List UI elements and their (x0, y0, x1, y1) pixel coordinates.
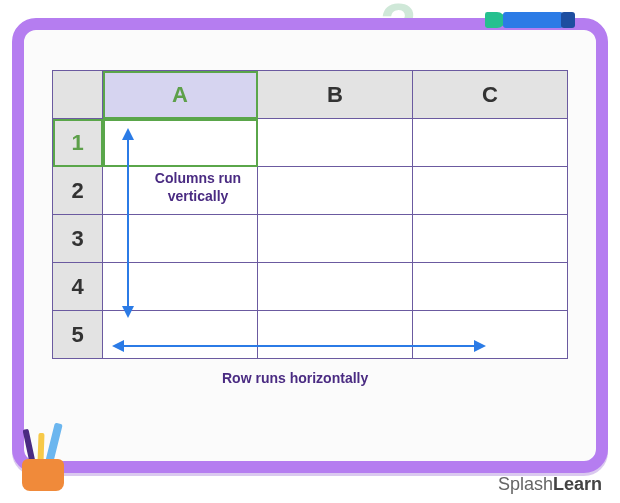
decoration-marker (485, 10, 575, 32)
cell-b1 (258, 119, 413, 167)
cell-c1 (413, 119, 568, 167)
column-note-label: Columns run vertically (138, 170, 258, 205)
row-header-5: 5 (53, 311, 103, 359)
cell-c5 (413, 311, 568, 359)
whiteboard-frame: A B C 1 2 (12, 18, 608, 473)
column-header-c: C (413, 71, 568, 119)
row-header-1: 1 (53, 119, 103, 167)
cell-b2 (258, 167, 413, 215)
cell-c4 (413, 263, 568, 311)
cell-a3 (103, 215, 258, 263)
cell-a1 (103, 119, 258, 167)
decoration-pencil-cup (14, 421, 74, 491)
cell-c3 (413, 215, 568, 263)
brand-logo: SplashLearn (498, 474, 602, 495)
cell-c2 (413, 167, 568, 215)
column-header-b: B (258, 71, 413, 119)
row-header-4: 4 (53, 263, 103, 311)
cell-b4 (258, 263, 413, 311)
brand-prefix: Splash (498, 474, 553, 494)
column-header-a: A (103, 71, 258, 119)
brand-suffix: Learn (553, 474, 602, 494)
grid-diagram: A B C 1 2 (52, 70, 568, 401)
cell-a5 (103, 311, 258, 359)
spreadsheet-grid: A B C 1 2 (52, 70, 568, 359)
cell-b3 (258, 215, 413, 263)
row-header-2: 2 (53, 167, 103, 215)
grid-corner-cell (53, 71, 103, 119)
cell-b5 (258, 311, 413, 359)
row-note-label: Row runs horizontally (222, 370, 368, 386)
cell-a4 (103, 263, 258, 311)
row-header-3: 3 (53, 215, 103, 263)
